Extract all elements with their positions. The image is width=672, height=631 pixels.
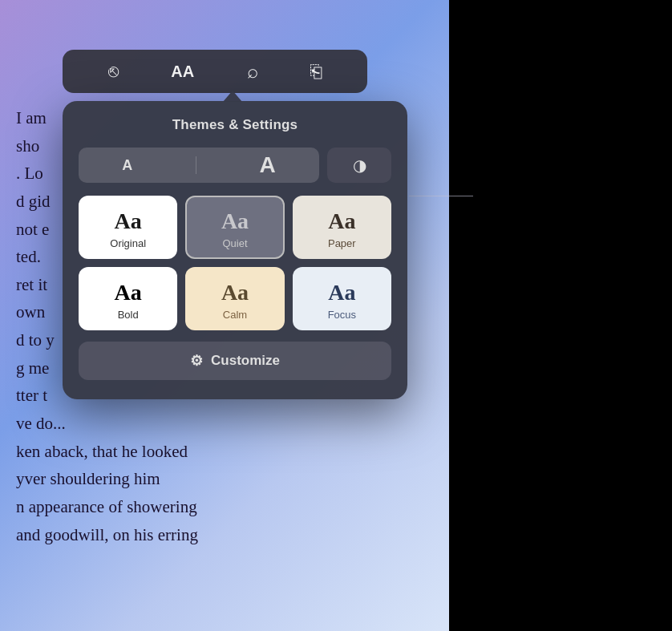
theme-focus-label: Focus — [328, 309, 356, 321]
search-icon[interactable]: ⌕ — [247, 60, 258, 83]
customize-button[interactable]: ⚙ Customize — [79, 342, 391, 380]
font-increase-button[interactable]: A — [259, 152, 275, 178]
font-size-icon[interactable]: AA — [171, 63, 194, 81]
share-icon[interactable]: ⎋ — [108, 61, 119, 82]
bookmark-icon[interactable]: ⎗ — [310, 60, 322, 83]
theme-original-aa: Aa — [115, 208, 142, 234]
theme-original-label: Original — [110, 237, 146, 249]
theme-grid: Aa Original Aa Quiet Aa Paper Aa Bold Aa… — [79, 196, 391, 330]
theme-quiet-aa: Aa — [221, 208, 249, 234]
theme-focus[interactable]: Aa Focus — [293, 267, 391, 330]
customize-icon: ⚙ — [190, 352, 203, 370]
panel-title: Themes & Settings — [79, 117, 391, 133]
theme-calm-aa: Aa — [221, 280, 249, 305]
theme-bold-aa: Aa — [115, 280, 142, 305]
theme-quiet[interactable]: Aa Quiet — [185, 196, 284, 259]
theme-paper[interactable]: Aa Paper — [293, 196, 391, 259]
theme-bold[interactable]: Aa Bold — [79, 267, 177, 330]
font-decrease-button[interactable]: A — [122, 157, 132, 174]
theme-original[interactable]: Aa Original — [79, 196, 177, 259]
reader-toolbar: ⎋ AA ⌕ ⎗ — [63, 50, 367, 93]
theme-calm-label: Calm — [223, 309, 247, 321]
themes-settings-panel: Themes & Settings A A ◑ Aa Original Aa Q… — [63, 101, 407, 399]
panel-caret — [223, 91, 242, 102]
background-right — [449, 0, 672, 631]
theme-bold-label: Bold — [118, 309, 139, 321]
theme-calm[interactable]: Aa Calm — [185, 267, 284, 330]
callout-line — [409, 196, 473, 196]
theme-quiet-label: Quiet — [222, 237, 247, 249]
font-size-group[interactable]: A A — [79, 148, 319, 183]
theme-focus-aa: Aa — [328, 280, 355, 305]
theme-paper-aa: Aa — [328, 208, 355, 234]
font-controls-row: A A ◑ — [79, 148, 391, 183]
customize-label: Customize — [211, 353, 280, 369]
font-size-divider — [196, 156, 196, 174]
contrast-button[interactable]: ◑ — [327, 148, 391, 183]
theme-paper-label: Paper — [328, 237, 356, 249]
contrast-icon: ◑ — [353, 156, 366, 175]
